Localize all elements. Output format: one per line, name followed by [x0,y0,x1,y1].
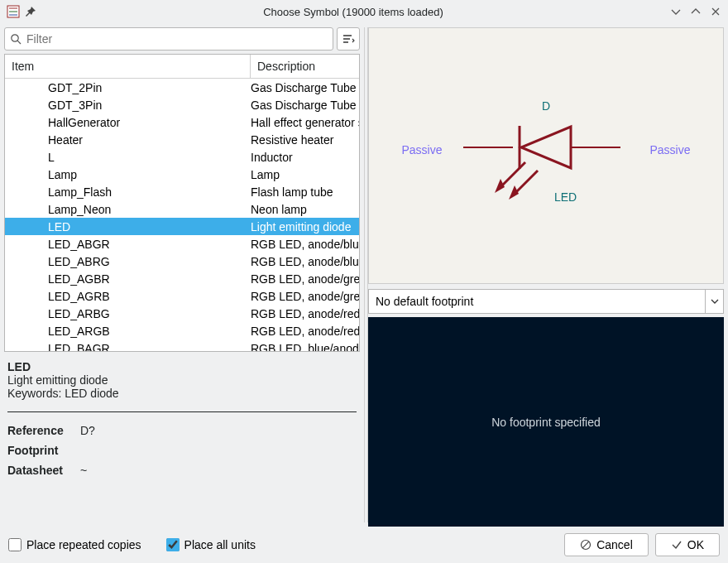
tree-row[interactable]: LED_ABRGRGB LED, anode/blue/red/green [5,253,359,270]
cancel-button[interactable]: Cancel [564,533,649,556]
tree-cell-item: Heater [5,133,251,147]
symbol-preview[interactable]: D LED Passive Passive [368,27,724,284]
tree-cell-item: GDT_2Pin [5,81,251,94]
tree-cell-item: Lamp_Flash [5,185,251,199]
tree-cell-desc: Light emitting diode [251,220,359,233]
tree-header: Item Description [5,55,359,79]
tree-row[interactable]: GDT_2PinGas Discharge Tube with two pins [5,79,359,96]
tree-cell-desc: RGB LED, anode/green/blue/red [251,272,359,286]
details-description: Light emitting diode [7,373,357,387]
svg-marker-8 [521,127,571,168]
svg-line-10 [500,162,525,187]
tree-cell-item: LED_AGRB [5,290,251,303]
tree-row[interactable]: LEDLight emitting diode [5,218,359,235]
tree-cell-desc: Hall effect generator sensor [251,116,359,129]
place-repeated-checkbox[interactable]: Place repeated copies [8,538,141,551]
footprint-selected-label: No default footprint [376,295,473,308]
svg-marker-11 [495,179,505,193]
tree-cell-desc: Resistive heater [251,133,359,147]
details-divider [7,411,357,412]
check-icon [671,539,682,551]
bottom-bar: Place repeated copies Place all units Ca… [0,527,728,563]
filter-input[interactable] [26,32,328,46]
tree-cell-item: LED [5,220,251,233]
svg-text:Passive: Passive [401,143,442,156]
cancel-icon [580,539,592,551]
detail-field: ReferenceD? [7,424,357,437]
tree-row[interactable]: Lamp_NeonNeon lamp [5,200,359,218]
footprint-preview-text: No footprint specified [491,416,601,429]
tree-cell-desc: Inductor [251,151,359,164]
tree-row[interactable]: HeaterResistive heater [5,131,359,148]
svg-text:LED: LED [554,190,577,204]
tree-cell-desc: Neon lamp [251,203,359,216]
tree-cell-desc: RGB LED, anode/green/red/blue [251,290,359,303]
search-icon [10,33,22,45]
tree-cell-item: GDT_3Pin [5,99,251,112]
tree-cell-item: LED_AGBR [5,272,251,286]
column-description[interactable]: Description [251,55,359,78]
tree-cell-item: LED_ARBG [5,307,251,320]
tree-cell-item: HallGenerator [5,116,251,129]
window-title: Choose Symbol (19000 items loaded) [36,6,670,18]
chevron-down-icon[interactable] [705,290,723,313]
details-keywords: Keywords: LED diode [7,387,357,400]
tree-cell-desc: RGB LED, anode/red/green/blue [251,325,359,338]
svg-line-12 [515,171,538,194]
right-pane: D LED Passive Passive No default footpri… [368,23,728,527]
tree-cell-desc: RGB LED, anode/blue/green/red [251,238,359,251]
filter-input-wrap[interactable] [4,27,333,51]
tree-cell-desc: Gas Discharge Tube with two pins [251,81,359,94]
tree-cell-item: L [5,151,251,164]
details-name: LED [7,360,357,373]
tree-row[interactable]: LampLamp [5,166,359,183]
tree-cell-item: LED_ABRG [5,255,251,268]
tree-row[interactable]: HallGeneratorHall effect generator senso… [5,113,359,131]
footprint-select[interactable]: No default footprint [368,289,724,314]
svg-point-4 [12,35,18,41]
app-icon [7,5,20,18]
footprint-preview[interactable]: No footprint specified [368,317,724,527]
close-button[interactable] [710,6,721,17]
tree-cell-desc: Lamp [251,168,359,181]
titlebar: Choose Symbol (19000 items loaded) [0,0,728,23]
detail-field: Datasheet~ [7,464,357,477]
tree-cell-item: LED_BAGR [5,342,251,352]
tree-cell-desc: RGB LED, anode/red/blue/green [251,307,359,320]
tree-cell-desc: Gas Discharge Tube with three pins [251,99,359,112]
tree-cell-desc: RGB LED, anode/blue/red/green [251,255,359,268]
detail-field-value: ~ [80,464,87,477]
tree-row[interactable]: LED_AGBRRGB LED, anode/green/blue/red [5,270,359,287]
symbol-details: LED Light emitting diode Keywords: LED d… [4,352,360,487]
tree-cell-item: Lamp [5,168,251,181]
detail-field: Footprint [7,444,357,457]
detail-field-value: D? [80,424,95,437]
pin-icon[interactable] [25,6,36,17]
detail-field-name: Datasheet [7,464,80,477]
tree-cell-desc: Flash lamp tube [251,185,359,199]
tree-row[interactable]: LED_BAGRRGB LED, blue/anode/green/red [5,339,359,351]
tree-row[interactable]: LED_ARBGRGB LED, anode/red/blue/green [5,305,359,322]
tree-row[interactable]: LED_AGRBRGB LED, anode/green/red/blue [5,287,359,305]
detail-field-name: Reference [7,424,80,437]
place-all-units-checkbox[interactable]: Place all units [166,538,256,551]
ok-button[interactable]: OK [655,533,720,556]
svg-line-19 [582,541,589,548]
tree-row[interactable]: LED_ABGRRGB LED, anode/blue/green/red [5,235,359,253]
filter-options-button[interactable] [337,27,360,51]
tree-row[interactable]: GDT_3PinGas Discharge Tube with three pi… [5,96,359,113]
svg-line-5 [17,41,21,44]
tree-row[interactable]: LInductor [5,148,359,166]
minimize-button[interactable] [670,6,682,17]
maximize-button[interactable] [690,6,702,17]
svg-marker-13 [509,185,519,200]
tree-cell-desc: RGB LED, blue/anode/green/red [251,342,359,352]
tree-cell-item: LED_ABGR [5,238,251,251]
tree-row[interactable]: Lamp_FlashFlash lamp tube [5,183,359,200]
column-item[interactable]: Item [5,55,251,78]
symbol-tree: Item Description GDT_2PinGas Discharge T… [4,54,360,352]
tree-row[interactable]: LED_ARGBRGB LED, anode/red/green/blue [5,322,359,339]
svg-text:Passive: Passive [649,143,690,156]
tree-cell-item: LED_ARGB [5,325,251,338]
left-pane: Item Description GDT_2PinGas Discharge T… [0,23,364,527]
